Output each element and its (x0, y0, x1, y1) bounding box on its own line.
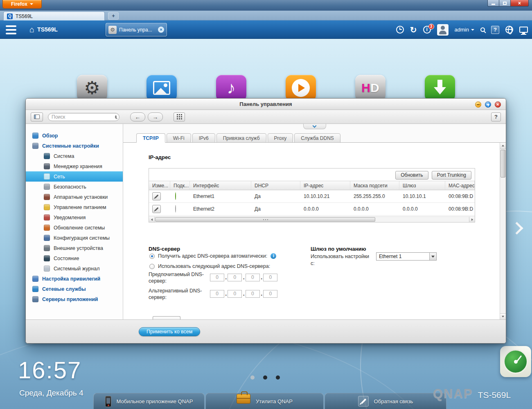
sidebar-item-hardware[interactable]: Аппаратные установки (26, 192, 123, 202)
sidebar-item-network[interactable]: Сеть (26, 171, 123, 182)
main-menu-button[interactable] (6, 25, 20, 34)
scroll-left-icon[interactable] (149, 217, 155, 222)
refresh-button[interactable]: Обновить (395, 171, 428, 180)
search-icon[interactable] (480, 27, 485, 32)
avatar[interactable] (437, 24, 449, 36)
scroll-down-icon[interactable] (500, 313, 506, 319)
music-station-app-icon[interactable] (216, 75, 246, 101)
sidebar-item-system[interactable]: Система (26, 151, 123, 161)
photo-station-app-icon[interactable] (147, 75, 177, 101)
page-dot[interactable] (263, 375, 267, 380)
search-box[interactable] (48, 113, 119, 121)
window-close-button[interactable] (495, 101, 501, 108)
sidebar-item-overview[interactable]: Обзор (26, 130, 123, 141)
new-tab-button[interactable]: + (108, 12, 119, 20)
dock-item[interactable]: Обратная связь (325, 393, 446, 409)
video-station-app-icon[interactable] (286, 75, 316, 101)
download-station-app-icon[interactable] (425, 75, 455, 101)
dns-octet-input[interactable] (246, 274, 260, 281)
grid-view-button[interactable] (174, 112, 185, 121)
forward-button[interactable] (148, 112, 163, 121)
sidebar-item-system-logs[interactable]: Системный журнал (26, 263, 123, 274)
window-minimize-button[interactable] (475, 101, 481, 108)
dns-octet-input[interactable] (210, 290, 224, 298)
vertical-scrollbar[interactable] (500, 143, 506, 319)
sidebar-item-notification[interactable]: Уведомления (26, 212, 123, 222)
scrollbar-thumb[interactable] (155, 217, 375, 222)
browser-minimize-button[interactable] (487, 0, 499, 7)
gateway-interface-select[interactable]: Ethernet 1 (376, 252, 437, 261)
globe-icon[interactable] (505, 26, 513, 34)
dock-item[interactable]: Мобильное приложение QNAP (93, 393, 205, 409)
dock-item[interactable]: Утилита QNAP (205, 393, 324, 409)
dns-octet-input[interactable] (228, 290, 242, 298)
collapse-panel-button[interactable] (303, 124, 326, 129)
horizontal-scrollbar[interactable] (149, 216, 475, 222)
browser-tab[interactable]: TS569L (3, 11, 105, 20)
desktop-switch-icon[interactable] (519, 27, 528, 33)
next-page-chevron-icon[interactable] (510, 222, 523, 234)
sidebar-item-backup-restore[interactable]: Конфигурация системы (26, 233, 123, 243)
dns-manual-label: Использовать следующий адрес DNS-сервера… (158, 263, 270, 269)
dns-octet-input[interactable] (263, 290, 277, 298)
tab-tcp-ip[interactable]: TCP/IP (136, 133, 165, 143)
tab-ipv6[interactable]: IPv6 (192, 133, 215, 143)
dns-octet-input[interactable] (246, 290, 260, 298)
firefox-menu-button[interactable]: Firefox (2, 0, 42, 9)
settings-tabs: TCP/IPWi-FiIPv6Привязка службProxyСлужба… (123, 133, 506, 143)
dns-auto-option[interactable]: Получить адрес DNS-сервера автоматически… (149, 253, 276, 259)
window-maximize-button[interactable] (485, 101, 491, 108)
sidebar-item-firmware-update[interactable]: Обновление системы (26, 222, 123, 233)
radio-selected-icon[interactable] (149, 254, 155, 259)
sidebar-item-system-settings[interactable]: Системные настройки (26, 141, 123, 151)
column-header: Интерфейс (190, 181, 251, 190)
back-button[interactable] (130, 112, 145, 121)
dns-octet-input[interactable] (210, 274, 224, 281)
sidebar-item-power[interactable]: Управление питанием (26, 202, 123, 212)
sidebar-item-system-status[interactable]: Состояние (26, 253, 123, 263)
tab-ddns[interactable]: Служба DDNS (294, 133, 340, 143)
info-icon[interactable] (271, 253, 276, 259)
scroll-up-icon[interactable] (500, 143, 506, 149)
help-button[interactable]: ? (491, 26, 499, 34)
tab-wifi[interactable]: Wi-Fi (167, 133, 191, 143)
tab-proxy[interactable]: Proxy (268, 133, 293, 143)
settings-app-icon[interactable] (77, 75, 107, 101)
task-tab-close-icon[interactable] (158, 27, 164, 33)
port-trunking-button[interactable]: Port Trunking (432, 171, 471, 180)
sidebar-toggle-button[interactable] (31, 112, 43, 121)
browser-maximize-button[interactable] (499, 0, 511, 7)
page-dot[interactable] (250, 375, 255, 380)
search-input[interactable] (52, 114, 115, 120)
tab-service-binding[interactable]: Привязка служб (216, 133, 266, 143)
scroll-right-icon[interactable] (469, 217, 475, 222)
dashboard-widget-button[interactable] (500, 346, 531, 377)
user-menu[interactable]: admin (455, 27, 474, 33)
dns-manual-option[interactable]: Использовать следующий адрес DNS-сервера… (149, 263, 270, 269)
help-button[interactable]: ? (491, 112, 501, 121)
radio-unselected-icon[interactable] (149, 264, 155, 269)
browser-close-button[interactable]: × (511, 0, 529, 7)
dns-octet-input[interactable] (228, 274, 242, 281)
sidebar-item-privilege[interactable]: Настройка привилегий (26, 274, 123, 284)
sidebar-item-storage-manager[interactable]: Менеджер хранения (26, 161, 123, 171)
sidebar-item-security[interactable]: Безопасность (26, 182, 123, 192)
hd-station-app-icon[interactable]: HD (355, 75, 385, 101)
control-panel-task-tab[interactable]: Панель упра... (106, 23, 167, 36)
apply-to-all-button[interactable]: Применить ко всем (139, 327, 200, 336)
notifications-button[interactable]: 3 (423, 26, 431, 34)
page-dot[interactable] (276, 375, 280, 380)
sidebar-item-network-services[interactable]: Сетевые службы (26, 284, 123, 294)
scrollbar-thumb[interactable] (500, 150, 505, 178)
edit-button[interactable] (152, 192, 161, 200)
dns-octet-input[interactable] (263, 274, 277, 281)
sidebar-item-application-servers[interactable]: Серверы приложений (26, 294, 123, 304)
background-tasks-icon[interactable] (396, 26, 404, 34)
partially-visible-button[interactable] (153, 316, 180, 319)
control-panel-titlebar[interactable]: Панель управления (26, 99, 506, 110)
restart-icon[interactable] (410, 26, 417, 34)
home-button[interactable]: TS569L (29, 25, 58, 34)
sidebar-item-external-device[interactable]: Внешние устройства (26, 243, 123, 253)
edit-button[interactable] (152, 205, 161, 213)
dropdown-arrow-icon[interactable] (429, 253, 436, 260)
